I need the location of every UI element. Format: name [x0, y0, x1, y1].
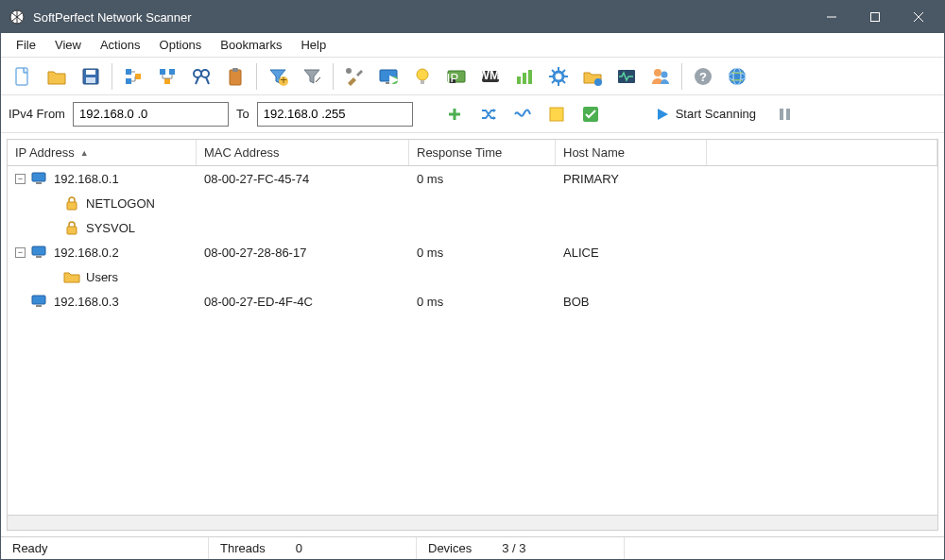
pause-icon[interactable]: [771, 101, 798, 127]
lock-icon: [63, 195, 80, 212]
svg-rect-19: [230, 70, 241, 85]
status-ready: Ready: [1, 537, 209, 559]
ip-to-input[interactable]: [257, 102, 413, 127]
table-row-share[interactable]: NETLOGON: [8, 191, 937, 215]
column-response[interactable]: Response Time: [409, 140, 556, 165]
svg-rect-56: [550, 108, 563, 121]
wmi-icon[interactable]: WMI: [474, 60, 507, 93]
status-devices: Devices 3 / 3: [417, 537, 625, 559]
horizontal-scrollbar[interactable]: [8, 515, 937, 530]
remote-screen-icon[interactable]: ▶: [372, 60, 404, 93]
add-range-icon[interactable]: [441, 101, 468, 127]
table-row-host[interactable]: −192.168.0.108-00-27-FC-45-740 msPRIMARY: [8, 166, 937, 191]
filter-add-icon[interactable]: +: [262, 60, 294, 93]
ip-from-input[interactable]: [73, 102, 229, 127]
svg-rect-66: [32, 296, 45, 304]
cell-share-name: SYSVOL: [86, 221, 135, 235]
filter-icon[interactable]: [296, 60, 328, 93]
menu-view[interactable]: View: [45, 34, 91, 56]
folder-icon: [63, 268, 80, 285]
svg-rect-36: [523, 73, 526, 84]
lightbulb-icon[interactable]: [406, 60, 438, 93]
svg-line-43: [552, 70, 555, 73]
svg-rect-35: [517, 76, 521, 84]
svg-rect-37: [528, 70, 532, 84]
tree-expand-icon[interactable]: [117, 60, 149, 93]
svg-rect-10: [126, 78, 131, 84]
activity-icon[interactable]: [610, 60, 643, 93]
table-row-host[interactable]: −192.168.0.208-00-27-28-86-170 msALICE: [8, 240, 937, 264]
menu-bar: File View Actions Options Bookmarks Help: [1, 33, 944, 58]
start-scanning-button[interactable]: Start Scanning: [647, 100, 764, 128]
cell-ip: 192.168.0.3: [54, 295, 119, 309]
help-icon[interactable]: ?: [687, 60, 719, 93]
tools-icon[interactable]: [338, 60, 370, 93]
status-threads-label: Threads: [220, 541, 266, 555]
cell-hostname: PRIMARY: [556, 172, 707, 186]
svg-rect-5: [16, 68, 27, 85]
clipboard-icon[interactable]: [219, 60, 251, 93]
pc-icon: [31, 244, 48, 261]
svg-rect-64: [32, 246, 45, 255]
folder-network-icon[interactable]: [576, 60, 609, 93]
open-folder-icon[interactable]: [41, 60, 73, 93]
svg-text:WMI: WMI: [479, 68, 502, 82]
grid-body[interactable]: −192.168.0.108-00-27-FC-45-740 msPRIMARY…: [8, 166, 937, 515]
chart-icon[interactable]: [508, 60, 541, 93]
menu-file[interactable]: File: [7, 34, 45, 56]
svg-text:▶: ▶: [389, 72, 399, 86]
svg-point-23: [346, 68, 352, 74]
svg-rect-8: [86, 77, 95, 83]
menu-bookmarks[interactable]: Bookmarks: [211, 34, 291, 56]
toolbar-separator: [256, 63, 257, 90]
check-icon[interactable]: [577, 101, 604, 127]
toolbar-separator: [681, 63, 682, 90]
menu-actions[interactable]: Actions: [91, 34, 150, 56]
column-hostname[interactable]: Host Name: [556, 140, 707, 165]
new-file-icon[interactable]: [7, 60, 39, 93]
titlebar: SoftPerfect Network Scanner: [1, 1, 944, 33]
table-row-share[interactable]: Users: [8, 264, 937, 289]
menu-options[interactable]: Options: [150, 34, 212, 56]
app-title: SoftPerfect Network Scanner: [33, 10, 810, 25]
menu-help[interactable]: Help: [291, 34, 335, 56]
shuffle-icon[interactable]: [475, 101, 502, 127]
toolbar: + ▶ IP WMI ?: [1, 58, 944, 95]
note-icon[interactable]: [543, 101, 570, 127]
svg-rect-63: [67, 227, 77, 234]
tree-collapse-icon[interactable]: [151, 60, 183, 93]
pc-icon: [31, 170, 48, 187]
app-icon: [9, 8, 26, 25]
save-icon[interactable]: [75, 60, 107, 93]
play-icon: [655, 107, 670, 122]
cell-mac: 08-00-27-28-86-17: [197, 246, 409, 260]
column-mac[interactable]: MAC Address: [197, 140, 409, 165]
svg-rect-62: [67, 202, 77, 210]
status-devices-label: Devices: [428, 541, 472, 555]
toolbar-separator: [333, 63, 334, 90]
globe-icon[interactable]: [721, 60, 753, 93]
status-threads-value: 0: [296, 541, 302, 555]
minimize-button[interactable]: [810, 1, 853, 33]
close-button[interactable]: [897, 1, 940, 33]
wave-icon[interactable]: [509, 101, 536, 127]
column-ip[interactable]: IP Address: [8, 140, 197, 165]
svg-point-49: [654, 69, 662, 76]
svg-point-47: [594, 78, 602, 86]
tree-collapse-icon[interactable]: −: [15, 247, 26, 258]
toolbar-separator: [112, 63, 112, 90]
tree-collapse-icon[interactable]: −: [15, 174, 26, 184]
cell-response-time: 0 ms: [409, 246, 556, 260]
ip-from-label: IPv4 From: [9, 107, 65, 121]
table-row-host[interactable]: 192.168.0.308-00-27-ED-4F-4C0 msBOB: [8, 289, 937, 314]
svg-point-38: [554, 72, 563, 81]
svg-rect-61: [36, 182, 42, 184]
users-icon[interactable]: [644, 60, 677, 93]
gear-icon[interactable]: [542, 60, 575, 93]
table-row-share[interactable]: SYSVOL: [8, 215, 937, 240]
find-icon[interactable]: [185, 60, 217, 93]
maximize-button[interactable]: [853, 1, 897, 33]
ip-card-icon[interactable]: IP: [440, 60, 472, 93]
cell-hostname: BOB: [556, 295, 707, 309]
svg-rect-14: [164, 78, 170, 84]
